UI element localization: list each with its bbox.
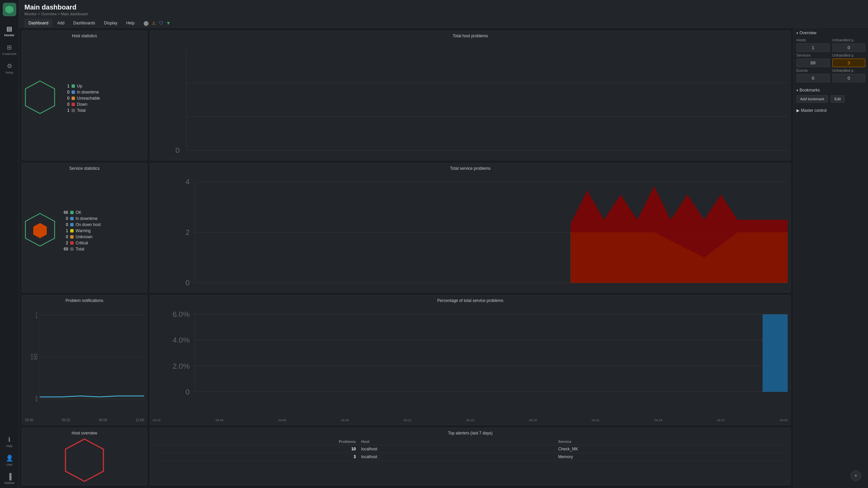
pct-service-problems-panel: Percentage of total service problems 0 2… xyxy=(150,295,791,425)
svc-unknown-count: 0 xyxy=(63,235,68,239)
tab-dashboards[interactable]: Dashboards xyxy=(69,19,99,27)
host-statistics-title: Host statistics xyxy=(25,34,144,38)
service-statistics-title: Service statistics xyxy=(25,166,144,171)
problem-notifications-title: Problem notifications xyxy=(25,298,144,303)
tab-display[interactable]: Display xyxy=(100,19,121,27)
svg-text:0: 0 xyxy=(185,388,190,396)
svc-stat-critical[interactable]: 2 Critical xyxy=(63,241,101,245)
services-value[interactable]: 69 xyxy=(796,59,830,67)
user-icon: 👤 xyxy=(6,454,13,462)
svc-stat-warning[interactable]: 1 Warning xyxy=(63,228,101,233)
host-stats-list: 1 Up 0 In downtime 0 Unreachable xyxy=(64,84,100,114)
svg-text:2.0%: 2.0% xyxy=(173,362,190,370)
shield-icon[interactable]: 🛡 xyxy=(159,20,163,26)
service-stats-list: 66 OK 0 In downtime 0 On down hos xyxy=(63,210,101,253)
host-up-count: 1 xyxy=(64,84,70,88)
svc-downhost-count: 0 xyxy=(63,222,68,227)
svg-text:6.0%: 6.0% xyxy=(173,310,190,319)
warning-icon[interactable]: ⚠ xyxy=(152,20,156,26)
host-stat-unreachable[interactable]: 0 Unreachable xyxy=(64,96,100,101)
filter-icon[interactable]: ▼ xyxy=(166,20,171,26)
svg-marker-34 xyxy=(65,439,103,482)
hosts-value[interactable]: 1 xyxy=(796,43,830,52)
row2-problems: 3 xyxy=(153,453,358,461)
sidebar-item-monitor[interactable]: ▤ Monitor xyxy=(0,22,19,40)
problem-notifications-panel: Problem notifications 0 0.50 1 xyxy=(22,295,147,425)
help-icon: ℹ xyxy=(8,436,11,443)
host-downtime-dot xyxy=(72,90,75,94)
svc-stat-downhost[interactable]: 0 On down host xyxy=(63,222,101,227)
tab-dashboard[interactable]: Dashboard xyxy=(24,19,53,27)
svc-critical-count: 2 xyxy=(63,241,68,245)
pct-label-5: 04-12 xyxy=(404,419,412,422)
svc-unknown-label: Unknown xyxy=(76,235,93,239)
host-stat-up[interactable]: 1 Up xyxy=(64,84,100,88)
master-control-header[interactable]: ▶ Master control xyxy=(796,108,865,113)
svc-total-label: Total xyxy=(76,247,84,251)
pct-label-1: 03-31 xyxy=(153,419,161,422)
pct-service-problems-labels: 03-31 04-03 04-06 04-09 04-12 04-15 04-1… xyxy=(153,419,788,422)
service-hexagon-svg xyxy=(25,213,55,247)
svg-text:1: 1 xyxy=(36,310,38,320)
breadcrumb: Monitor > Overview > Main dashboard xyxy=(24,12,863,16)
host-overview-hex xyxy=(25,438,144,482)
hosts-unhandled-value[interactable]: 0 xyxy=(832,43,866,52)
row2-service: Memory xyxy=(555,453,788,461)
events-unhandled-label: Unhandled p. xyxy=(832,68,866,73)
host-hexagon-container xyxy=(25,80,59,118)
edit-bookmarks-button[interactable]: Edit xyxy=(831,95,845,103)
total-service-problems-svg: 0 2 4 xyxy=(153,174,788,293)
events-unhandled-value[interactable]: 0 xyxy=(832,74,866,82)
services-unhandled-value[interactable]: 3 xyxy=(832,59,866,67)
host-stat-total[interactable]: 1 Total xyxy=(64,108,100,113)
svc-stat-downtime[interactable]: 0 In downtime xyxy=(63,216,101,221)
top-alerters-panel: Top alerters (last 7 days) Problems Host… xyxy=(150,428,791,485)
table-row[interactable]: 10 localhost Check_MK xyxy=(153,445,788,453)
host-stat-down[interactable]: 0 Down xyxy=(64,102,100,107)
svg-text:0: 0 xyxy=(185,279,190,287)
host-stat-downtime[interactable]: 0 In downtime xyxy=(64,90,100,95)
svc-downtime-count: 0 xyxy=(63,216,68,221)
tab-add[interactable]: Add xyxy=(53,19,68,27)
service-hexagon-container xyxy=(25,213,59,250)
circle-icon[interactable]: ⬤ xyxy=(143,20,149,26)
svc-stat-ok[interactable]: 66 OK xyxy=(63,210,101,215)
bookmark-buttons: Add bookmark Edit xyxy=(796,95,865,103)
sidebar-item-sidebar[interactable]: ▐ Sidebar xyxy=(0,470,19,488)
table-row[interactable]: 3 localhost Memory xyxy=(153,453,788,461)
sidebar-left: ▤ Monitor ⊞ Customize ⚙ Setup ℹ Help 👤 U… xyxy=(0,0,19,488)
sidebar-item-user[interactable]: 👤 User xyxy=(0,451,19,470)
top-alerters-title: Top alerters (last 7 days) xyxy=(153,431,788,435)
notif-label-3: 06:00 xyxy=(99,418,107,422)
sidebar-item-customize[interactable]: ⊞ Customize xyxy=(0,40,19,59)
svg-text:4: 4 xyxy=(185,178,190,186)
add-bookmark-button[interactable]: Add bookmark xyxy=(796,95,828,103)
overview-section-header[interactable]: ▾ Overview xyxy=(796,30,865,35)
sidebar-item-setup[interactable]: ⚙ Setup xyxy=(0,59,19,78)
svc-stat-unknown[interactable]: 0 Unknown xyxy=(63,235,101,239)
tab-help[interactable]: Help xyxy=(122,19,139,27)
svc-stat-total[interactable]: 69 Total xyxy=(63,247,101,251)
host-hexagon-svg xyxy=(25,80,55,114)
bookmarks-section-header[interactable]: ▾ Bookmarks xyxy=(796,88,865,93)
pct-label-8: 04-21 xyxy=(592,419,599,422)
events-value[interactable]: 0 xyxy=(796,74,830,82)
logo-hexagon xyxy=(5,5,14,14)
overview-arrow: ▾ xyxy=(796,31,798,35)
host-total-count: 1 xyxy=(64,108,70,113)
svg-text:0.50: 0.50 xyxy=(31,352,37,362)
row2-host: localhost xyxy=(358,453,555,461)
total-service-problems-panel: Total service problems 0 2 4 xyxy=(150,163,791,293)
svg-marker-0 xyxy=(25,81,55,114)
host-total-label: Total xyxy=(77,108,85,113)
host-stats-content: 1 Up 0 In downtime 0 Unreachable xyxy=(25,41,144,157)
add-panel-button[interactable]: + xyxy=(850,470,861,481)
setup-icon: ⚙ xyxy=(7,62,12,70)
sidebar-item-help[interactable]: ℹ Help xyxy=(0,432,19,451)
problem-notifications-svg: 0 0.50 1 xyxy=(25,306,144,418)
host-total-dot xyxy=(72,109,75,112)
svc-ok-label: OK xyxy=(76,210,81,215)
master-control-section: ▶ Master control xyxy=(796,108,865,113)
svc-ok-count: 66 xyxy=(63,210,68,215)
app-logo[interactable] xyxy=(3,3,16,16)
